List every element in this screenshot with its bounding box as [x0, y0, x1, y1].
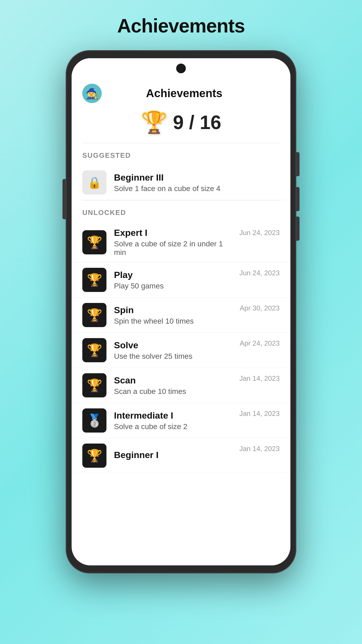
achievement-item-spin: 🏆 Spin Spin the wheel 10 times Apr 30, 2…: [72, 298, 290, 333]
achievement-date-play: Jun 24, 2023: [239, 269, 280, 277]
achievement-text-beginner-iii: Beginner III Solve 1 face on a cube of s…: [114, 172, 280, 193]
achievement-text-beginner-i: Beginner I: [114, 450, 232, 462]
trophy-icon-1: 🏆: [87, 235, 102, 250]
trophy-icon-5: 🏆: [87, 378, 102, 393]
achievement-item-beginner-iii: 🔒 Beginner III Solve 1 face on a cube of…: [72, 165, 290, 200]
trophy-icon-3: 🏆: [87, 308, 102, 322]
achievement-item-solve: 🏆 Solve Use the solver 25 times Apr 24, …: [72, 333, 290, 368]
achievement-date-beginner-i: Jan 14, 2023: [239, 445, 280, 453]
achievement-text-intermediate-i: Intermediate I Solve a cube of size 2: [114, 410, 232, 431]
achievement-name-spin: Spin: [114, 305, 232, 315]
achievement-name-expert-i: Expert I: [114, 228, 232, 238]
achievement-text-spin: Spin Spin the wheel 10 times: [114, 305, 232, 325]
achievement-name-beginner-i: Beginner I: [114, 450, 232, 460]
header-app-title: Achievements: [108, 87, 280, 100]
achievement-name-play: Play: [114, 270, 232, 280]
achievement-icon-locked: 🔒: [82, 170, 106, 195]
app-content[interactable]: 🧙 Achievements 🏆 9 / 16 SUGGESTED 🔒 Begi: [72, 78, 290, 565]
achievement-date-expert-i: Jun 24, 2023: [239, 229, 280, 237]
lock-icon: 🔒: [87, 176, 101, 189]
silver-trophy-icon: 🥈: [87, 413, 102, 428]
achievement-desc: Solve 1 face on a cube of size 4: [114, 184, 280, 193]
achievement-icon-gold-3: 🏆: [82, 303, 106, 327]
achievement-icon-gold-6: 🏆: [82, 444, 106, 468]
achievement-desc-intermediate-i: Solve a cube of size 2: [114, 422, 232, 431]
avatar-image: 🧙: [82, 84, 102, 103]
achievement-desc-expert-i: Solve a cube of size 2 in under 1 min: [114, 240, 232, 257]
achievement-name: Beginner III: [114, 172, 280, 183]
achievement-icon-gold-1: 🏆: [82, 230, 106, 254]
achievement-date-intermediate-i: Jan 14, 2023: [239, 409, 280, 418]
achievement-icon-gold-2: 🏆: [82, 268, 106, 292]
achievement-icon-gold-5: 🏆: [82, 373, 106, 397]
achievement-icon-silver: 🥈: [82, 408, 106, 433]
achievement-item-expert-i: 🏆 Expert I Solve a cube of size 2 in und…: [72, 222, 290, 262]
achievement-desc-play: Play 50 games: [114, 282, 232, 290]
score-text: 9 / 16: [173, 111, 221, 133]
achievement-date-scan: Jan 14, 2023: [239, 374, 280, 383]
section-label-unlocked: UNLOCKED: [72, 200, 290, 222]
phone-top-bar: [72, 58, 290, 78]
achievement-desc-scan: Scan a cube 10 times: [114, 387, 232, 396]
achievement-date-spin: Apr 30, 2023: [240, 304, 280, 312]
achievement-text-play: Play Play 50 games: [114, 270, 232, 290]
section-label-suggested: SUGGESTED: [72, 143, 290, 165]
app-header: 🧙 Achievements: [72, 78, 290, 107]
achievement-text-scan: Scan Scan a cube 10 times: [114, 375, 232, 396]
achievement-text-expert-i: Expert I Solve a cube of size 2 in under…: [114, 228, 232, 257]
trophy-icon-6: 🏆: [87, 448, 102, 463]
achievement-icon-gold-4: 🏆: [82, 338, 106, 362]
trophy-icon: 🏆: [141, 110, 168, 135]
achievement-text-solve: Solve Use the solver 25 times: [114, 340, 232, 361]
achievement-item-intermediate-i: 🥈 Intermediate I Solve a cube of size 2 …: [72, 403, 290, 438]
achievement-name-scan: Scan: [114, 375, 232, 386]
achievement-date-solve: Apr 24, 2023: [240, 339, 280, 347]
trophy-section: 🏆 9 / 16: [72, 107, 290, 143]
achievement-name-solve: Solve: [114, 340, 232, 350]
achievement-item-play: 🏆 Play Play 50 games Jun 24, 2023: [72, 262, 290, 298]
phone-shell: 🧙 Achievements 🏆 9 / 16 SUGGESTED 🔒 Begi: [66, 50, 296, 573]
svg-text:🧙: 🧙: [86, 87, 99, 100]
camera-dot: [176, 64, 186, 73]
page-title: Achievements: [117, 15, 245, 37]
achievement-desc-solve: Use the solver 25 times: [114, 352, 232, 361]
phone-screen: 🧙 Achievements 🏆 9 / 16 SUGGESTED 🔒 Begi: [72, 58, 290, 565]
achievement-name-intermediate-i: Intermediate I: [114, 410, 232, 421]
achievement-desc-spin: Spin the wheel 10 times: [114, 317, 232, 325]
achievement-item-beginner-i: 🏆 Beginner I Jan 14, 2023: [72, 438, 290, 473]
trophy-icon-2: 🏆: [87, 273, 102, 287]
trophy-icon-4: 🏆: [87, 343, 102, 357]
avatar: 🧙: [82, 84, 102, 103]
achievement-item-scan: 🏆 Scan Scan a cube 10 times Jan 14, 2023: [72, 368, 290, 403]
